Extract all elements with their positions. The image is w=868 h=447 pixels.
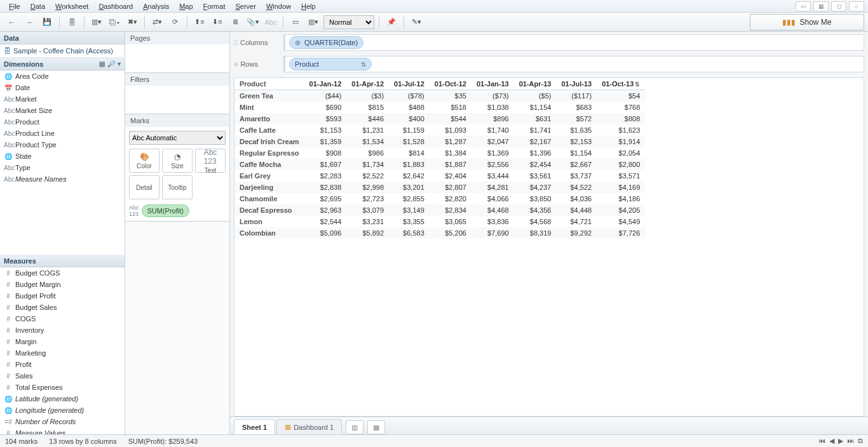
data-cell[interactable]: $814 [389,147,430,159]
tab-dashboard1[interactable]: ▦Dashboard 1 [276,419,342,434]
sort-icon[interactable]: ⇅ [635,81,640,88]
data-cell[interactable]: $4,066 [471,193,514,204]
rows-shelf[interactable]: Product⇅ [283,56,864,72]
data-cell[interactable]: $2,544 [304,216,347,227]
column-header[interactable]: 01-Jul-13 [556,78,597,90]
menu-server[interactable]: Server [230,1,261,11]
connect-data-button[interactable]: 🗄 [64,15,79,29]
dimension-field-area-code[interactable]: 🌐Area Code [0,70,125,82]
data-cell[interactable]: $1,159 [389,124,430,136]
data-cell[interactable]: $5,206 [430,227,471,239]
dimension-field-product[interactable]: AbcProduct [0,116,125,128]
show-me-button[interactable]: ▮▮▮ Show Me [750,14,864,30]
measure-field-total-expenses[interactable]: #Total Expenses [0,382,125,393]
mark-type-selector[interactable]: Abc Automatic [129,131,226,145]
data-cell[interactable]: $3,444 [471,170,514,182]
data-cell[interactable]: $400 [389,113,430,124]
data-cell[interactable]: $3,231 [346,216,389,227]
data-cell[interactable]: $4,281 [471,182,514,193]
data-cell[interactable]: ($5) [514,90,557,102]
data-cell[interactable]: $1,153 [304,124,347,136]
save-button[interactable]: 💾 [39,15,55,29]
data-cell[interactable]: $5,892 [346,227,389,239]
color-button[interactable]: 🎨Color [129,149,159,173]
data-cell[interactable]: ($78) [389,90,430,102]
data-cell[interactable]: $896 [471,113,514,124]
menu-file[interactable]: File [4,1,25,11]
data-cell[interactable]: $35 [430,90,471,102]
data-cell[interactable]: $2,556 [471,159,514,170]
measure-field-number-of-records[interactable]: =#Number of Records [0,416,125,427]
data-cell[interactable]: $1,359 [304,136,347,147]
data-cell[interactable]: $3,561 [514,170,557,182]
data-cell[interactable]: $54 [597,90,645,102]
data-cell[interactable]: $4,721 [556,216,597,227]
view-cards-button[interactable]: ▭ [288,15,303,29]
data-cell[interactable]: ($44) [304,90,347,102]
data-cell[interactable]: $4,522 [556,182,597,193]
data-cell[interactable]: $815 [346,102,389,113]
row-header-cell[interactable]: Caffe Latte [234,124,304,136]
workspace-icon[interactable]: ▦ [813,1,829,11]
data-cell[interactable]: $518 [430,102,471,113]
data-cell[interactable]: $683 [556,102,597,113]
row-header-cell[interactable]: Regular Espresso [234,147,304,159]
data-cell[interactable]: $4,205 [597,204,645,216]
data-cell[interactable]: $4,186 [597,193,645,204]
nav-menu-icon[interactable]: ⧉ [858,437,863,445]
menu-worksheet[interactable]: Worksheet [50,1,93,11]
row-header-cell[interactable]: Decaf Espresso [234,204,304,216]
dimension-field-type[interactable]: AbcType [0,162,125,173]
data-cell[interactable]: $3,079 [346,204,389,216]
new-sheet-button[interactable]: ▥ [346,420,363,434]
data-cell[interactable]: ($117) [556,90,597,102]
column-header[interactable]: 01-Jan-12 [304,78,347,90]
tab-sheet1[interactable]: Sheet 1 [234,419,275,434]
dimension-field-date[interactable]: 📅Date [0,82,125,93]
data-cell[interactable]: $3,355 [389,216,430,227]
highlight-button[interactable]: ✎▾ [409,15,424,29]
data-cell[interactable]: $4,036 [556,193,597,204]
data-cell[interactable]: $3,201 [389,182,430,193]
data-cell[interactable]: ($73) [471,90,514,102]
data-cell[interactable]: $2,695 [304,193,347,204]
data-cell[interactable]: $1,038 [471,102,514,113]
data-cell[interactable]: $4,237 [514,182,557,193]
menu-help[interactable]: Help [296,1,321,11]
data-cell[interactable]: $1,231 [346,124,389,136]
measure-field-inventory[interactable]: #Inventory [0,324,125,336]
redo-button[interactable]: → [22,15,37,29]
data-cell[interactable]: $908 [304,147,347,159]
columns-shelf[interactable]: QUARTER(Date) [283,34,864,51]
row-header-cell[interactable]: Decaf Irish Cream [234,136,304,147]
data-cell[interactable]: $572 [556,113,597,124]
data-cell[interactable]: $3,149 [389,204,430,216]
measure-field-margin[interactable]: #Margin [0,336,125,347]
data-cell[interactable]: $1,697 [304,159,347,170]
data-cell[interactable]: $2,723 [346,193,389,204]
nav-next-icon[interactable]: ▶ [838,437,843,445]
data-cell[interactable]: $768 [597,102,645,113]
new-worksheet-button[interactable]: ▥▾ [89,15,104,29]
data-cell[interactable]: $1,887 [430,159,471,170]
data-cell[interactable]: ($3) [346,90,389,102]
data-cell[interactable]: $3,737 [556,170,597,182]
data-cell[interactable]: $2,807 [430,182,471,193]
data-cell[interactable]: $593 [304,113,347,124]
window-icon[interactable]: ◻ [831,1,846,11]
column-header[interactable]: 01-Oct-13⇅ [597,78,645,90]
dimension-field-market-size[interactable]: AbcMarket Size [0,105,125,116]
data-cell[interactable]: $3,836 [471,216,514,227]
datasource-item[interactable]: 🗄 Sample - Coffee Chain (Access) [0,44,125,58]
row-header-cell[interactable]: Green Tea [234,90,304,102]
data-cell[interactable]: $1,741 [514,124,557,136]
data-cell[interactable]: $2,642 [389,170,430,182]
dimension-field-state[interactable]: 🌐State [0,150,125,162]
menu-analysis[interactable]: Analysis [138,1,174,11]
row-header-cell[interactable]: Chamomile [234,193,304,204]
measure-field-budget-sales[interactable]: #Budget Sales [0,302,125,313]
data-cell[interactable]: $2,838 [304,182,347,193]
data-cell[interactable]: $544 [430,113,471,124]
data-cell[interactable]: $7,690 [471,227,514,239]
rows-pill-product[interactable]: Product⇅ [289,58,372,70]
